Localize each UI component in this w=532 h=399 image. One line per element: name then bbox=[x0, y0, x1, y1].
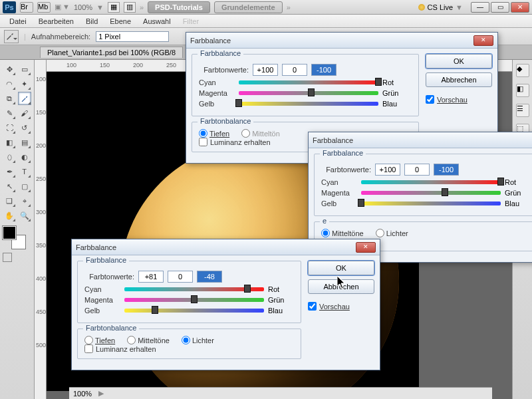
panel-icon[interactable]: ☰ bbox=[516, 104, 529, 117]
slider-yb[interactable] bbox=[124, 307, 264, 315]
tone-mid-radio[interactable]: Mitteltön bbox=[241, 129, 280, 138]
brush-tool[interactable]: 🖌 bbox=[18, 106, 31, 120]
levels-label: Farbtonwerte: bbox=[84, 273, 134, 281]
tone-high-radio[interactable]: Lichter bbox=[376, 229, 408, 237]
dialog-title: Farbbalance bbox=[313, 136, 353, 144]
group-legend: Farbbalance bbox=[320, 149, 366, 157]
3d-tool[interactable]: ❑ bbox=[3, 194, 16, 207]
heal-tool[interactable]: ✎ bbox=[3, 106, 16, 120]
level-yellow-blue[interactable] bbox=[311, 64, 336, 76]
group-legend: Farbbalance bbox=[198, 49, 243, 57]
lasso-tool[interactable]: ◠ bbox=[3, 77, 16, 90]
ok-button[interactable]: OK bbox=[308, 261, 374, 275]
level-cyan-red[interactable] bbox=[375, 164, 400, 176]
crop-tool[interactable]: ⧉ bbox=[3, 92, 16, 105]
status-bar: 100% ▶ bbox=[69, 387, 492, 399]
pen-tool[interactable]: ✒ bbox=[3, 165, 16, 178]
group-legend: Farbtonbalance bbox=[83, 324, 139, 332]
slider-yb[interactable] bbox=[361, 200, 501, 207]
slider-yb[interactable] bbox=[239, 100, 378, 108]
menu-item[interactable]: Datei bbox=[4, 16, 32, 27]
group-legend: e bbox=[320, 217, 329, 225]
close-button[interactable]: ✕ bbox=[511, 2, 529, 13]
eraser-tool[interactable]: ◧ bbox=[3, 136, 16, 149]
dialog-title: Farbbalance bbox=[190, 37, 231, 45]
tool-palette: ✥ ▭ ◠ ✦ ⧉ ✎ 🖌 ⛶ ↺ ◧ ▤ ⬯ ◐ ✒ T ↖ ▢ ❑ ⌖ ✋ … bbox=[0, 60, 35, 399]
tone-mid-radio[interactable]: Mitteltöne bbox=[127, 336, 170, 344]
luminosity-checkbox[interactable]: Luminanz erhalten bbox=[84, 344, 294, 353]
app-badge: Ps bbox=[3, 1, 16, 13]
slider-cr[interactable] bbox=[124, 285, 264, 293]
zoom-tool[interactable]: 🔍 bbox=[18, 209, 31, 222]
camera-tool[interactable]: ⌖ bbox=[18, 194, 31, 207]
marquee-tool[interactable]: ▭ bbox=[18, 63, 31, 76]
type-tool[interactable]: T bbox=[18, 165, 31, 178]
panel-icon[interactable]: ◧ bbox=[516, 84, 529, 97]
maximize-button[interactable]: ▭ bbox=[491, 2, 509, 13]
menu-item[interactable]: Bearbeiten bbox=[33, 16, 79, 27]
view-arrows[interactable]: ▣▼ bbox=[55, 3, 70, 11]
minibridge-icon[interactable]: Mb bbox=[37, 2, 51, 13]
minimize-button[interactable]: — bbox=[471, 2, 489, 13]
quickmask-toggle[interactable] bbox=[3, 253, 31, 262]
zoom-pct[interactable]: 100% bbox=[74, 3, 92, 11]
slider-cr[interactable] bbox=[361, 178, 501, 186]
tone-shadows-radio[interactable]: Tiefen bbox=[84, 336, 115, 344]
cslive-icon bbox=[418, 4, 425, 11]
shape-tool[interactable]: ▢ bbox=[18, 180, 31, 193]
levels-label: Farbtonwerte: bbox=[321, 166, 371, 174]
slider-mg[interactable] bbox=[361, 189, 501, 197]
menu-item[interactable]: Filter bbox=[178, 16, 204, 27]
group-legend: Farbtonbalance bbox=[198, 117, 253, 125]
color-swatches[interactable] bbox=[3, 226, 25, 249]
workspace-tab-inactive[interactable]: Grundelemente bbox=[214, 1, 283, 13]
eyedropper-icon[interactable] bbox=[4, 30, 19, 43]
tone-high-radio[interactable]: Lichter bbox=[182, 336, 214, 344]
level-yellow-blue[interactable] bbox=[197, 271, 222, 283]
document-tab[interactable]: Planet_Variante1.psd bei 100% (RGB/8 bbox=[40, 47, 183, 58]
level-cyan-red[interactable] bbox=[253, 64, 278, 76]
sample-size-input[interactable] bbox=[96, 31, 169, 42]
color-balance-dialog-3: Farbbalance ✕ Farbbalance Farbtonwerte: … bbox=[71, 239, 380, 370]
path-tool[interactable]: ↖ bbox=[3, 180, 16, 193]
slider-mg[interactable] bbox=[239, 89, 378, 97]
hand-tool[interactable]: ✋ bbox=[3, 209, 16, 222]
group-legend: Farbbalance bbox=[83, 256, 129, 264]
level-cyan-red[interactable] bbox=[138, 271, 164, 283]
status-zoom[interactable]: 100% bbox=[73, 390, 92, 398]
wand-tool[interactable]: ✦ bbox=[18, 77, 31, 90]
gradient-tool[interactable]: ▤ bbox=[18, 136, 31, 149]
ok-button[interactable]: OK bbox=[426, 54, 492, 68]
eyedropper-tool[interactable] bbox=[18, 92, 31, 105]
move-tool[interactable]: ✥ bbox=[3, 63, 16, 76]
cslive-label[interactable]: CS Live bbox=[428, 3, 454, 11]
level-magenta-green[interactable] bbox=[282, 64, 307, 76]
level-yellow-blue[interactable] bbox=[434, 164, 459, 176]
cancel-button[interactable]: Abbrechen bbox=[426, 72, 492, 87]
view-dd1[interactable]: ▦ bbox=[108, 2, 120, 13]
dialog-title: Farbbalance bbox=[76, 243, 116, 251]
close-icon[interactable]: ✕ bbox=[356, 242, 376, 253]
level-magenta-green[interactable] bbox=[404, 164, 430, 176]
fg-swatch[interactable] bbox=[3, 226, 16, 239]
level-magenta-green[interactable] bbox=[168, 271, 193, 283]
view-dd2[interactable]: ▥ bbox=[124, 2, 136, 13]
preview-checkbox[interactable]: Vorschau bbox=[426, 95, 492, 104]
close-icon[interactable]: ✕ bbox=[473, 35, 493, 46]
blur-tool[interactable]: ⬯ bbox=[3, 150, 16, 164]
tone-mid-radio[interactable]: Mitteltöne bbox=[321, 229, 364, 237]
dodge-tool[interactable]: ◐ bbox=[18, 150, 31, 164]
menu-item[interactable]: Ebene bbox=[104, 16, 136, 27]
cancel-button[interactable]: Abbrechen bbox=[308, 279, 374, 294]
slider-cr[interactable] bbox=[239, 78, 378, 86]
menu-item[interactable]: Bild bbox=[80, 16, 103, 27]
stamp-tool[interactable]: ⛶ bbox=[3, 121, 16, 134]
panel-icon[interactable]: ◆ bbox=[516, 64, 529, 77]
preview-checkbox[interactable]: Vorschau bbox=[308, 302, 374, 311]
history-tool[interactable]: ↺ bbox=[18, 121, 31, 134]
tone-shadows-radio[interactable]: Tiefen bbox=[199, 129, 229, 138]
slider-mg[interactable] bbox=[124, 296, 264, 304]
bridge-icon[interactable]: Br bbox=[20, 2, 33, 13]
menu-item[interactable]: Auswahl bbox=[138, 16, 176, 27]
workspace-tab-active[interactable]: PSD-Tutorials bbox=[148, 1, 210, 13]
